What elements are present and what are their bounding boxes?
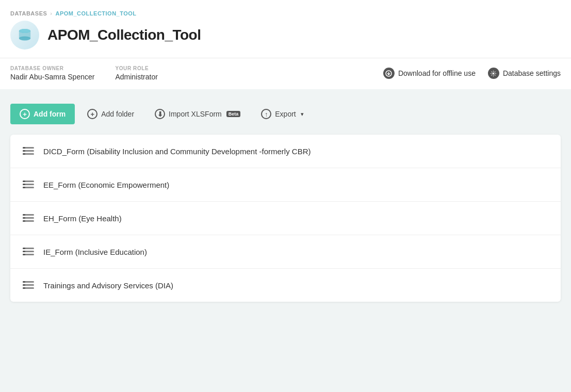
download-label: Download for offline use — [398, 69, 476, 77]
table-row[interactable]: EE_Form (Economic Empowerment) — [10, 168, 561, 202]
svg-point-6 — [493, 72, 495, 74]
svg-rect-12 — [23, 153, 25, 155]
database-settings-link[interactable]: Database settings — [488, 68, 561, 79]
export-icon: ↑ — [261, 109, 271, 119]
svg-rect-24 — [23, 220, 25, 222]
svg-rect-11 — [23, 150, 25, 152]
db-owner-value: Nadir Abu-Samra Spencer — [10, 73, 94, 81]
svg-rect-35 — [23, 284, 25, 286]
export-dropdown-icon: ▾ — [301, 111, 304, 118]
form-name: Trainings and Advisory Services (DIA) — [43, 281, 173, 290]
table-row[interactable]: Trainings and Advisory Services (DIA) — [10, 269, 561, 302]
header-meta: DATABASE OWNER Nadir Abu-Samra Spencer Y… — [10, 58, 561, 89]
svg-rect-30 — [23, 254, 25, 255]
import-label: Import XLSForm — [169, 110, 222, 118]
form-name: DICD_Form (Disability Inclusion and Comm… — [43, 147, 311, 156]
forms-list: DICD_Form (Disability Inclusion and Comm… — [10, 135, 561, 302]
form-icon — [23, 280, 34, 290]
your-role-value: Administrator — [115, 73, 157, 81]
database-icon — [10, 21, 39, 50]
header-actions: Download for offline use Database settin… — [383, 68, 561, 79]
svg-rect-36 — [23, 287, 25, 289]
svg-rect-16 — [23, 181, 25, 182]
breadcrumb-parent[interactable]: DATABASES — [10, 10, 47, 17]
breadcrumb-separator: › — [50, 10, 52, 17]
table-row[interactable]: IE_Form (Inclusive Education) — [10, 235, 561, 269]
svg-point-2 — [19, 36, 30, 40]
breadcrumb-current[interactable]: APOM_COLLECTION_TOOL — [56, 10, 137, 17]
settings-label: Database settings — [503, 69, 561, 77]
add-folder-icon: + — [87, 109, 97, 119]
table-row[interactable]: DICD_Form (Disability Inclusion and Comm… — [10, 135, 561, 168]
header-top: APOM_Collection_Tool — [10, 21, 561, 50]
form-name: IE_Form (Inclusive Education) — [43, 248, 147, 256]
svg-rect-18 — [23, 187, 25, 188]
db-owner-item: DATABASE OWNER Nadir Abu-Samra Spencer — [10, 66, 94, 81]
form-icon — [23, 146, 34, 156]
svg-point-3 — [19, 29, 30, 33]
add-form-button[interactable]: + Add form — [10, 104, 75, 124]
form-icon — [23, 179, 34, 190]
add-folder-button[interactable]: + Add folder — [79, 104, 142, 124]
database-svg — [17, 27, 33, 43]
import-xls-button[interactable]: ⬇ Import XLSFormBeta — [146, 104, 249, 124]
import-icon: ⬇ — [155, 109, 165, 119]
form-name: EE_Form (Economic Empowerment) — [43, 181, 169, 189]
add-form-icon: + — [20, 109, 30, 119]
main-content: + Add form + Add folder ⬇ Import XLSForm… — [10, 89, 561, 302]
db-owner-label: DATABASE OWNER — [10, 66, 94, 71]
download-offline-link[interactable]: Download for offline use — [383, 68, 476, 79]
beta-badge: Beta — [226, 111, 241, 117]
form-icon — [23, 247, 34, 257]
add-form-label: Add form — [34, 110, 66, 118]
svg-rect-28 — [23, 248, 25, 249]
svg-rect-29 — [23, 251, 25, 252]
svg-rect-34 — [23, 281, 25, 283]
svg-rect-17 — [23, 184, 25, 185]
your-role-item: YOUR ROLE Administrator — [115, 66, 157, 81]
table-row[interactable]: EH_Form (Eye Health) — [10, 202, 561, 235]
export-label: Export — [275, 110, 296, 118]
export-button[interactable]: ↑ Export ▾ — [253, 104, 312, 124]
add-folder-label: Add folder — [101, 110, 134, 118]
download-icon — [383, 68, 395, 79]
toolbar: + Add form + Add folder ⬇ Import XLSForm… — [10, 104, 561, 124]
form-icon — [23, 213, 34, 223]
page-title: APOM_Collection_Tool — [47, 27, 201, 43]
svg-rect-22 — [23, 214, 25, 216]
svg-rect-23 — [23, 217, 25, 219]
your-role-label: YOUR ROLE — [115, 66, 157, 71]
form-name: EH_Form (Eye Health) — [43, 214, 122, 223]
settings-icon — [488, 68, 499, 79]
svg-rect-10 — [23, 147, 25, 149]
breadcrumb: DATABASES › APOM_COLLECTION_TOOL — [10, 10, 561, 17]
